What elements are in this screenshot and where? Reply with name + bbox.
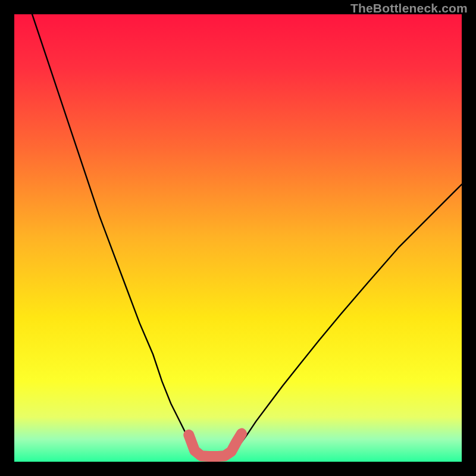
curve-layer	[14, 14, 462, 462]
watermark-text: TheBottleneck.com	[350, 1, 468, 15]
series-right-curve	[236, 184, 462, 450]
series-valley-overlay	[189, 434, 242, 456]
plot-area	[14, 14, 462, 462]
chart-frame: TheBottleneck.com	[0, 0, 476, 476]
series-left-curve	[32, 14, 195, 450]
